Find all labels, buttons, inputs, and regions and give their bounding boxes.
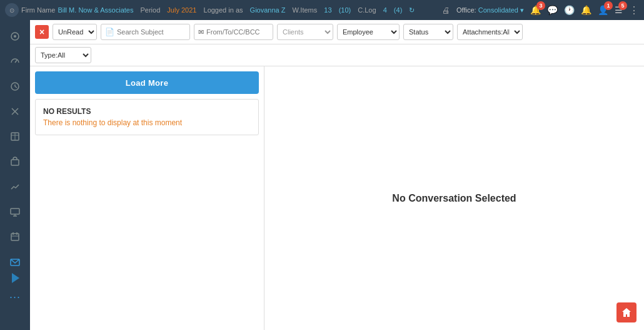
load-more-button[interactable]: Load More	[35, 71, 259, 94]
office-text: Office:	[456, 6, 476, 14]
office-label: Office: Consolidated ▾	[456, 6, 524, 14]
history-icon[interactable]: 🕐	[564, 5, 575, 15]
clients-select[interactable]: Clients	[277, 24, 333, 40]
panel-layout: Load More NO RESULTS There is nothing to…	[30, 66, 644, 330]
refresh-icon[interactable]: ↻	[409, 6, 415, 14]
alert-bell2[interactable]: 🔔	[581, 5, 591, 15]
svg-rect-15	[11, 234, 19, 240]
nav-dashboard[interactable]	[4, 25, 26, 48]
arrow-shape	[12, 273, 19, 283]
witems-count: 13	[324, 6, 331, 14]
witems-sub: (10)	[339, 6, 351, 14]
svg-point-1	[14, 35, 16, 38]
printer-icon: 🖨	[442, 6, 450, 15]
filter-bar-2: Type:All	[30, 44, 644, 66]
nav-monitor[interactable]	[4, 200, 26, 223]
clog-label: C.Log	[358, 6, 376, 14]
search-subject-input[interactable]	[117, 28, 186, 36]
corner-home-button[interactable]	[616, 302, 636, 322]
logged-user: Giovanna Z	[250, 6, 286, 14]
period-value: July 2021	[167, 6, 196, 14]
firm-label: Firm Name	[21, 6, 55, 14]
nav-chart[interactable]	[4, 175, 26, 198]
notification-bell1[interactable]: 🔔 3	[530, 5, 541, 15]
left-nav: ···	[0, 20, 30, 330]
content-area: × UnRead All Read 📄 ✉ Clients Employee	[30, 20, 644, 330]
email-icon: ✉	[198, 28, 204, 36]
employee-select[interactable]: Employee	[337, 24, 400, 40]
no-results-title: NO RESULTS	[43, 107, 251, 116]
list-icon[interactable]: ☰ 5	[615, 5, 623, 15]
nav-arrow-indicator	[12, 273, 19, 283]
filter-bar: × UnRead All Read 📄 ✉ Clients Employee	[30, 20, 644, 44]
close-filter-button[interactable]: ×	[35, 25, 49, 39]
topbar-right: 🖨 Office: Consolidated ▾ 🔔 3 💬 🕐 🔔 👤 1 ☰…	[442, 4, 639, 16]
no-results-text: There is nothing to display at this mome…	[43, 118, 251, 127]
unread-select[interactable]: UnRead All Read	[53, 24, 97, 40]
period-label: Period	[141, 6, 161, 14]
nav-clock[interactable]	[4, 75, 26, 98]
bell1-badge: 3	[536, 1, 545, 10]
no-conversation-label: No Conversation Selected	[392, 193, 516, 204]
topbar-left: ⊙ Firm Name Bill M. Now & Associates Per…	[5, 3, 415, 17]
document-icon: 📄	[105, 28, 114, 36]
witems-label: W.Items	[293, 6, 318, 14]
nav-calendar[interactable]	[4, 225, 26, 248]
list-badge: 5	[618, 1, 627, 10]
type-select[interactable]: Type:All	[35, 47, 91, 63]
firm-name: Bill M. Now & Associates	[58, 6, 133, 14]
left-panel: Load More NO RESULTS There is nothing to…	[30, 66, 264, 330]
svg-line-2	[15, 60, 17, 63]
nav-gauge[interactable]	[4, 50, 26, 73]
nav-table[interactable]	[4, 125, 26, 148]
nav-mail[interactable]	[4, 250, 26, 273]
nav-briefcase[interactable]	[4, 150, 26, 173]
person-icon[interactable]: 👤 1	[598, 5, 608, 15]
attachments-select[interactable]: Attachments:All	[457, 24, 523, 40]
office-name: Consolidated	[478, 6, 518, 14]
office-dropdown-icon[interactable]: ▾	[520, 6, 524, 14]
right-panel: No Conversation Selected	[264, 66, 644, 330]
email-filter-wrap: ✉	[194, 24, 273, 40]
clog-sub: (4)	[394, 6, 402, 14]
clog-count: 4	[383, 6, 387, 14]
main-layout: ··· × UnRead All Read 📄 ✉ Clients	[0, 20, 644, 330]
email-filter-input[interactable]	[206, 28, 269, 36]
nav-tools[interactable]	[4, 100, 26, 123]
nav-more-dots[interactable]: ···	[9, 291, 21, 304]
svg-line-5	[15, 86, 17, 88]
logo-icon: ⊙	[5, 3, 19, 17]
search-subject-wrap: 📄	[101, 24, 190, 40]
svg-rect-12	[11, 209, 19, 214]
no-results-panel: NO RESULTS There is nothing to display a…	[35, 99, 259, 135]
kebab-menu[interactable]: ⋮	[629, 4, 639, 16]
status-select[interactable]: Status	[403, 24, 453, 40]
topbar: ⊙ Firm Name Bill M. Now & Associates Per…	[0, 0, 644, 20]
person-badge: 1	[604, 1, 613, 10]
chat-icon[interactable]: 💬	[547, 5, 558, 15]
logged-label: Logged in as	[204, 6, 243, 14]
svg-rect-11	[11, 160, 19, 165]
